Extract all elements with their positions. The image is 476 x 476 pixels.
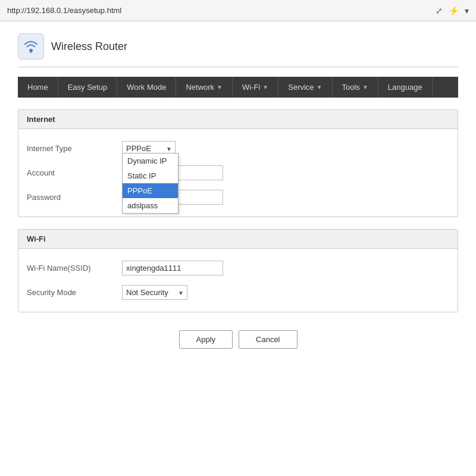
nav-item-network[interactable]: Network ▼ bbox=[176, 77, 233, 98]
nav-item-easy-setup[interactable]: Easy Setup bbox=[58, 77, 118, 98]
nav-item-language[interactable]: Language bbox=[378, 77, 433, 98]
browser-icons: ⤢ ⚡ ▾ bbox=[436, 6, 469, 15]
nav-item-home[interactable]: Home bbox=[18, 77, 58, 98]
ssid-row: Wi-Fi Name(SSID) bbox=[27, 256, 449, 280]
internet-type-label: Internet Type bbox=[27, 144, 122, 153]
password-row: Password bbox=[27, 185, 449, 209]
security-mode-label: Security Mode bbox=[27, 288, 122, 297]
internet-type-row: Internet Type PPPoE ▼ Dynamic IP Static … bbox=[27, 136, 449, 161]
browser-url: http://192.168.0.1/easysetup.html bbox=[7, 6, 121, 15]
wifi-section: Wi-Fi Wi-Fi Name(SSID) Security Mode Not… bbox=[18, 229, 458, 312]
chevron-down-icon[interactable]: ▾ bbox=[465, 6, 469, 15]
internet-section-title: Internet bbox=[18, 110, 458, 129]
wifi-section-body: Wi-Fi Name(SSID) Security Mode Not Secur… bbox=[18, 249, 458, 312]
nav-bar: Home Easy Setup Work Mode Network ▼ Wi-F… bbox=[18, 77, 458, 98]
nav-item-service[interactable]: Service ▼ bbox=[278, 77, 332, 98]
router-header: Wireless Router bbox=[18, 33, 458, 67]
button-row: Apply Cancel bbox=[18, 324, 458, 361]
internet-section-body: Internet Type PPPoE ▼ Dynamic IP Static … bbox=[18, 129, 458, 217]
network-arrow-icon: ▼ bbox=[217, 84, 223, 90]
security-mode-select[interactable]: Not Security WPA2-PSK WPA-PSK bbox=[122, 285, 187, 300]
page-content: Wireless Router Home Easy Setup Work Mod… bbox=[0, 21, 476, 476]
browser-bar: http://192.168.0.1/easysetup.html ⤢ ⚡ ▾ bbox=[0, 0, 476, 21]
security-mode-row: Security Mode Not Security WPA2-PSK WPA-… bbox=[27, 280, 449, 305]
ssid-input[interactable] bbox=[122, 261, 223, 275]
router-logo bbox=[18, 33, 44, 60]
ssid-label: Wi-Fi Name(SSID) bbox=[27, 264, 122, 273]
wifi-arrow-icon: ▼ bbox=[262, 84, 268, 90]
dropdown-item-dynamic-ip[interactable]: Dynamic IP bbox=[123, 154, 178, 168]
nav-item-wifi[interactable]: Wi-Fi ▼ bbox=[233, 77, 278, 98]
share-icon[interactable]: ⤢ bbox=[436, 6, 443, 15]
dropdown-item-static-ip[interactable]: Static IP bbox=[123, 168, 178, 183]
account-row: Account bbox=[27, 161, 449, 185]
wifi-section-title: Wi-Fi bbox=[18, 230, 458, 249]
nav-item-tools[interactable]: Tools ▼ bbox=[333, 77, 378, 98]
dropdown-item-pppoe[interactable]: PPPoE bbox=[123, 183, 178, 198]
apply-button[interactable]: Apply bbox=[179, 330, 233, 349]
nav-item-work-mode[interactable]: Work Mode bbox=[117, 77, 176, 98]
lightning-icon[interactable]: ⚡ bbox=[449, 6, 459, 15]
router-logo-icon bbox=[22, 37, 40, 55]
account-label: Account bbox=[27, 168, 122, 177]
service-arrow-icon: ▼ bbox=[317, 84, 322, 90]
security-mode-select-wrapper: Not Security WPA2-PSK WPA-PSK ▼ bbox=[122, 285, 187, 300]
internet-type-dropdown: Dynamic IP Static IP PPPoE adslpass bbox=[122, 153, 178, 214]
dropdown-item-adslpass[interactable]: adslpass bbox=[123, 198, 178, 213]
router-title: Wireless Router bbox=[51, 40, 127, 53]
tools-arrow-icon: ▼ bbox=[362, 84, 368, 90]
password-label: Password bbox=[27, 193, 122, 202]
internet-section: Internet Internet Type PPPoE ▼ Dynamic I… bbox=[18, 109, 458, 217]
cancel-button[interactable]: Cancel bbox=[239, 330, 297, 349]
